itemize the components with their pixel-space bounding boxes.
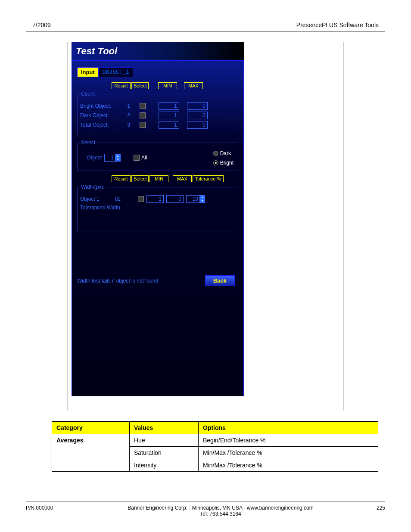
screenshot-frame: Test Tool InputOBJECT_1 Result Select MI… [68,42,343,411]
page-header: 7/2009 PresencePLUS Software Tools [26,22,385,31]
hdr-max: MAX [184,82,203,89]
column-headers-2: Result Select MIN MAX Tolerance % [112,175,238,182]
dark-select-checkbox[interactable] [140,112,146,118]
hdr-min: MIN [158,82,177,89]
select-legend: Select [80,140,96,146]
spinner-down-icon[interactable]: ▼ [199,199,205,202]
th-options: Options [199,422,378,434]
total-select-checkbox[interactable] [140,122,146,128]
page-footer: P/N 000000 Banner Engineering Corp. - Mi… [26,501,385,517]
tab-object1[interactable]: OBJECT_1 [99,67,133,77]
footer-pn: P/N 000000 [26,505,82,517]
width-legend: Width(px): [80,184,106,190]
hdr2-max: MAX [173,175,192,182]
dark-min-input[interactable] [159,112,179,119]
test-tool-panel: Test Tool InputOBJECT_1 Result Select MI… [72,42,244,396]
dark-max-input[interactable] [187,112,208,119]
total-min-input[interactable] [159,121,179,129]
hdr2-tolerance: Tolerance % [193,175,224,182]
footer-tel: Tel: 763.544.3164 [200,511,241,517]
bright-min-input[interactable] [159,102,179,110]
width-max-input[interactable] [166,195,184,203]
hdr2-min: MIN [149,175,168,182]
tab-input[interactable]: Input [77,67,99,77]
options-table: Category Values Options Averages Hue Beg… [52,421,378,472]
bright-select-checkbox[interactable] [140,103,146,109]
footer-page: 225 [359,505,385,517]
category-cell: Averages [52,434,130,472]
table-row: Averages Hue Begin/End/Tolerance % [52,434,378,447]
total-max-input[interactable] [187,121,208,129]
width-row: Object 1 82 ▲▼ [80,195,235,203]
radio-bright[interactable] [213,160,218,165]
header-right: PresencePLUS Software Tools [296,22,379,28]
toleranced-width-label: Toleranced Width [80,205,235,211]
count-row-dark: Dark Object: 2 [80,112,235,119]
select-group: Select Object ▲▼ All Dark Brig [77,140,238,171]
radio-dark[interactable] [213,151,218,156]
column-headers-1: Result Select MIN MAX [112,82,238,89]
count-group: Count Bright Object: 1 Dark Object: 2 [77,91,238,135]
header-left: 7/2009 [32,22,51,28]
status-text: Width test fails if object is not found [77,278,158,284]
width-select-checkbox[interactable] [138,196,144,202]
all-checkbox[interactable] [134,155,140,161]
count-row-total: Total Object: 3 [80,121,235,129]
width-min-input[interactable] [146,195,164,203]
bright-max-input[interactable] [187,102,208,110]
spinner-up-icon[interactable]: ▲ [199,196,205,199]
th-values: Values [130,422,199,434]
spinner-down-icon[interactable]: ▼ [115,158,120,161]
width-tol-spinner[interactable]: ▲▼ [186,195,205,203]
footer-company: Banner Engineering Corp. - Minneapolis, … [128,505,314,511]
count-row-bright: Bright Object: 1 [80,102,235,110]
hdr2-select: Select [131,175,149,182]
tab-row: InputOBJECT_1 [77,67,238,77]
th-category: Category [52,422,130,434]
width-group: Width(px): Object 1 82 ▲▼ Toleranced [77,184,238,231]
all-label: All [141,155,147,161]
hdr2-result: Result [112,175,131,182]
count-legend: Count [80,91,96,97]
spinner-up-icon[interactable]: ▲ [115,154,120,158]
hdr-result: Result [112,82,131,89]
object-label: Object [80,155,104,161]
object-spinner[interactable]: ▲▼ [104,154,121,162]
tool-title: Test Tool [72,42,244,60]
hdr-select: Select [131,82,149,89]
back-button[interactable]: Back [205,275,235,286]
